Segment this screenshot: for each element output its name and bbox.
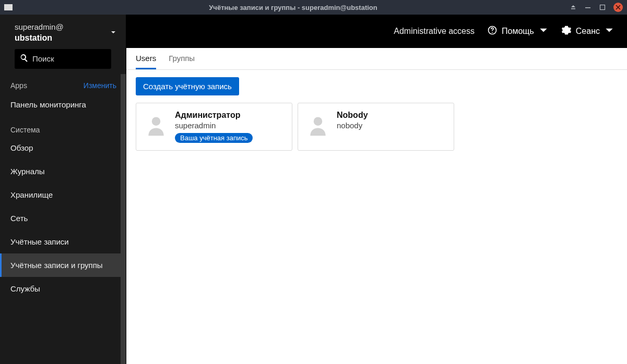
help-label: Помощь: [502, 27, 534, 36]
create-account-button[interactable]: Создать учётную запись: [136, 77, 239, 95]
nav-apps-label: Apps: [10, 81, 27, 90]
host-user: superadmin@: [15, 22, 64, 32]
chevron-down-icon: [110, 28, 116, 38]
sidebar-item[interactable]: Службы: [0, 277, 126, 300]
svg-rect-1: [600, 5, 605, 10]
window-close-button[interactable]: [613, 3, 623, 12]
sidebar-item[interactable]: Учётные записи: [0, 230, 126, 253]
help-icon: [487, 25, 498, 38]
main-panel: Administrative access Помощь Сеанс: [126, 15, 627, 364]
sidebar-item[interactable]: Сеть: [0, 207, 126, 230]
sidebar-item[interactable]: Хранилище: [0, 183, 126, 207]
sidebar-item-dashboard[interactable]: Панель мониторинга: [0, 93, 126, 116]
user-display-name: Администратор: [175, 111, 285, 120]
user-login: nobody: [337, 121, 446, 130]
user-login: superadmin: [175, 121, 285, 130]
gear-icon: [561, 25, 572, 38]
search-input[interactable]: [32, 54, 106, 63]
host-switcher[interactable]: superadmin@ ubstation: [0, 15, 126, 49]
sidebar-item[interactable]: Учётные записи и группы: [0, 253, 126, 277]
svg-point-4: [152, 117, 161, 126]
user-display-name: Nobody: [337, 111, 446, 120]
nav-system-label: Система: [0, 116, 126, 136]
window-eject-button[interactable]: [570, 4, 577, 11]
session-label: Сеанс: [576, 27, 600, 36]
search-icon: [20, 54, 28, 64]
top-bar: Administrative access Помощь Сеанс: [126, 15, 627, 48]
nav-edit-link[interactable]: Изменить: [84, 81, 116, 90]
search-input-wrapper[interactable]: [15, 49, 111, 69]
app-icon: [4, 4, 13, 10]
admin-access-indicator[interactable]: Administrative access: [394, 27, 475, 36]
svg-point-3: [492, 32, 493, 33]
window-maximize-button[interactable]: [599, 4, 606, 11]
sidebar-item[interactable]: Журналы: [0, 160, 126, 183]
avatar-icon: [306, 114, 329, 137]
window-title: Учётные записи и группы - superadmin@ubs…: [17, 4, 570, 11]
window-titlebar: Учётные записи и группы - superadmin@ubs…: [0, 0, 627, 15]
session-menu[interactable]: Сеанс: [561, 25, 614, 38]
host-name: ubstation: [15, 32, 64, 44]
user-card[interactable]: АдминистраторsuperadminВаша учётная запи…: [136, 103, 292, 151]
chevron-down-icon: [604, 25, 614, 38]
user-card[interactable]: Nobodynobody: [298, 103, 454, 151]
tab-groups[interactable]: Группы: [169, 48, 195, 69]
help-menu[interactable]: Помощь: [487, 25, 549, 38]
window-minimize-button[interactable]: [584, 4, 591, 11]
svg-point-5: [314, 117, 323, 126]
tab-users[interactable]: Users: [136, 48, 156, 69]
admin-access-label: Administrative access: [394, 27, 475, 36]
avatar-icon: [145, 114, 168, 137]
tab-bar: Users Группы: [126, 48, 627, 70]
svg-rect-0: [585, 7, 590, 8]
sidebar-item[interactable]: Обзор: [0, 136, 126, 160]
chevron-down-icon: [538, 25, 549, 38]
your-account-badge: Ваша учётная запись: [175, 133, 253, 143]
sidebar: superadmin@ ubstation Apps Изменить Пане…: [0, 15, 126, 364]
nav-apps-header: Apps Изменить: [0, 74, 126, 93]
